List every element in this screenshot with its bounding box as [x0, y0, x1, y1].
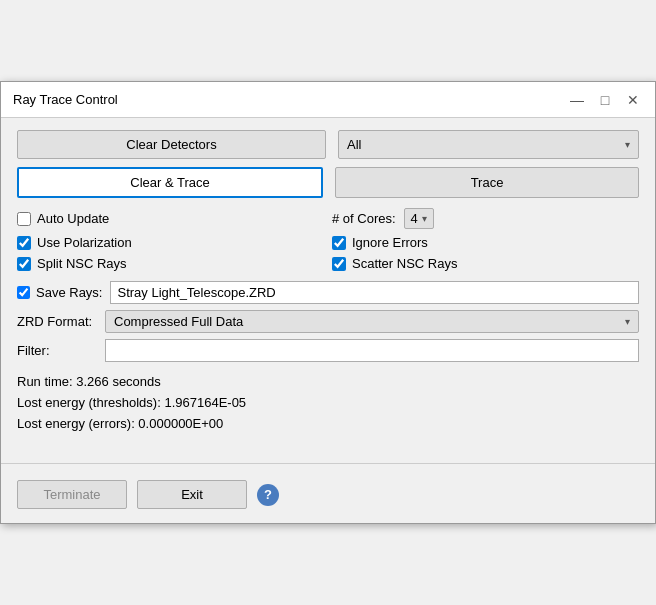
window-controls: — □ ✕ — [567, 92, 643, 108]
filter-label: Filter: — [17, 343, 97, 358]
minimize-button[interactable]: — — [567, 92, 587, 108]
all-label: All — [347, 137, 361, 152]
save-rays-label: Save Rays: — [36, 285, 102, 300]
save-rays-row: Save Rays: — [17, 281, 639, 304]
zrd-format-value: Compressed Full Data — [114, 314, 243, 329]
use-polarization-checkbox[interactable] — [17, 236, 31, 250]
scatter-nsc-option: Scatter NSC Rays — [332, 256, 639, 271]
help-button[interactable]: ? — [257, 484, 279, 506]
main-window: Ray Trace Control — □ ✕ Clear Detectors … — [0, 81, 656, 524]
clear-trace-button[interactable]: Clear & Trace — [17, 167, 323, 198]
chevron-down-icon: ▾ — [625, 139, 630, 150]
footer: Terminate Exit ? — [1, 472, 655, 523]
button-row-1: Clear Detectors All ▾ — [17, 130, 639, 159]
cores-label: # of Cores: — [332, 211, 396, 226]
all-dropdown-button[interactable]: All ▾ — [338, 130, 639, 159]
window-title: Ray Trace Control — [13, 92, 118, 107]
use-polarization-label: Use Polarization — [37, 235, 132, 250]
split-nsc-option: Split NSC Rays — [17, 256, 324, 271]
chevron-down-icon: ▾ — [422, 213, 427, 224]
options-grid: Auto Update # of Cores: 4 ▾ Use Polariza… — [17, 208, 639, 271]
terminate-button[interactable]: Terminate — [17, 480, 127, 509]
save-rays-checkbox[interactable] — [17, 286, 30, 299]
run-time-stat: Run time: 3.266 seconds — [17, 374, 639, 389]
ignore-errors-option: Ignore Errors — [332, 235, 639, 250]
cores-dropdown[interactable]: 4 ▾ — [404, 208, 434, 229]
auto-update-checkbox[interactable] — [17, 212, 31, 226]
filter-row: Filter: — [17, 339, 639, 362]
zrd-format-row: ZRD Format: Compressed Full Data ▾ — [17, 310, 639, 333]
auto-update-option: Auto Update — [17, 208, 324, 229]
content-area: Clear Detectors All ▾ Clear & Trace Trac… — [1, 118, 655, 455]
zrd-format-dropdown[interactable]: Compressed Full Data ▾ — [105, 310, 639, 333]
scatter-nsc-checkbox[interactable] — [332, 257, 346, 271]
ignore-errors-checkbox[interactable] — [332, 236, 346, 250]
title-bar: Ray Trace Control — □ ✕ — [1, 82, 655, 118]
use-polarization-option: Use Polarization — [17, 235, 324, 250]
exit-button[interactable]: Exit — [137, 480, 247, 509]
save-rays-label-group: Save Rays: — [17, 285, 102, 300]
lost-energy-threshold-stat: Lost energy (thresholds): 1.967164E-05 — [17, 395, 639, 410]
cores-value: 4 — [411, 211, 418, 226]
close-button[interactable]: ✕ — [623, 92, 643, 108]
save-rays-input[interactable] — [110, 281, 639, 304]
split-nsc-label: Split NSC Rays — [37, 256, 127, 271]
stats-section: Run time: 3.266 seconds Lost energy (thr… — [17, 374, 639, 431]
trace-button[interactable]: Trace — [335, 167, 639, 198]
zrd-format-label: ZRD Format: — [17, 314, 97, 329]
ignore-errors-label: Ignore Errors — [352, 235, 428, 250]
scatter-nsc-label: Scatter NSC Rays — [352, 256, 457, 271]
clear-detectors-button[interactable]: Clear Detectors — [17, 130, 326, 159]
split-nsc-checkbox[interactable] — [17, 257, 31, 271]
button-row-2: Clear & Trace Trace — [17, 167, 639, 198]
maximize-button[interactable]: □ — [595, 92, 615, 108]
lost-energy-errors-stat: Lost energy (errors): 0.000000E+00 — [17, 416, 639, 431]
chevron-down-icon: ▾ — [625, 316, 630, 327]
filter-input[interactable] — [105, 339, 639, 362]
footer-divider — [1, 463, 655, 464]
cores-option: # of Cores: 4 ▾ — [332, 208, 639, 229]
auto-update-label: Auto Update — [37, 211, 109, 226]
